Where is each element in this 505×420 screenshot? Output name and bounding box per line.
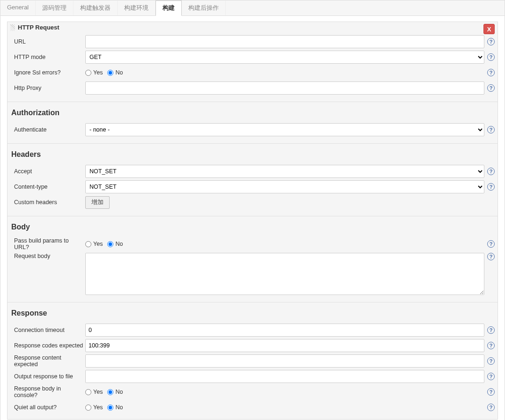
radio-no-label: No — [115, 69, 123, 76]
radio-no-label: No — [115, 241, 123, 247]
body-console-no-radio[interactable] — [107, 389, 113, 395]
help-icon[interactable]: ? — [487, 373, 495, 380]
url-input[interactable] — [85, 35, 484, 48]
help-icon[interactable]: ? — [487, 388, 495, 396]
http-section: URL ? HTTP mode GET ? Ignore Ssl errors? — [7, 35, 498, 100]
label-response-codes: Response codes expected — [10, 342, 85, 349]
help-icon[interactable]: ? — [487, 404, 495, 411]
help-icon[interactable]: ? — [487, 168, 495, 175]
add-header-button[interactable]: 增加 — [85, 196, 110, 209]
headers-section: Headers Accept NOT_SET ? Content-type NO… — [7, 146, 498, 214]
label-body-console: Response body in console? — [10, 385, 85, 398]
label-accept: Accept — [10, 168, 85, 175]
row-pass-params: Pass build params to URL? Yes No ? — [10, 237, 495, 251]
quiet-yes-radio[interactable] — [85, 405, 91, 411]
radio-yes-label: Yes — [93, 241, 103, 247]
section-title-response: Response — [10, 304, 495, 321]
panel-title: HTTP Request — [18, 24, 59, 31]
label-output-file: Output response to file — [10, 373, 85, 380]
http-request-panel: HTTP Request X URL ? HTTP mode GET ? — [7, 22, 498, 420]
help-icon[interactable]: ? — [487, 240, 495, 248]
help-icon[interactable]: ? — [487, 38, 495, 45]
build-content: HTTP Request X URL ? HTTP mode GET ? — [0, 16, 505, 420]
label-content-type: Content-type — [10, 184, 85, 190]
request-body-textarea[interactable] — [85, 253, 484, 295]
ignore-ssl-no-radio[interactable] — [107, 70, 113, 76]
pass-params-radio-group: Yes No — [85, 241, 126, 247]
row-ignore-ssl: Ignore Ssl errors? Yes No ? — [10, 66, 495, 79]
row-content-type: Content-type NOT_SET ? — [10, 180, 495, 193]
timeout-input[interactable] — [85, 324, 484, 337]
label-http-proxy: Http Proxy — [10, 85, 85, 91]
panel-header: HTTP Request X — [7, 22, 498, 33]
tab-scm[interactable]: 源码管理 — [36, 0, 74, 15]
row-authenticate: Authenticate - none - ? — [10, 123, 495, 136]
label-http-mode: HTTP mode — [10, 54, 85, 60]
radio-yes-label: Yes — [93, 69, 103, 76]
help-icon[interactable]: ? — [487, 84, 495, 92]
help-icon[interactable]: ? — [487, 342, 495, 349]
label-custom-headers: Custom headers — [10, 199, 85, 206]
pass-params-yes-radio[interactable] — [85, 241, 91, 247]
http-proxy-input[interactable] — [85, 81, 484, 95]
body-section: Body Pass build params to URL? Yes No ? … — [7, 218, 498, 300]
help-icon[interactable]: ? — [487, 69, 495, 76]
tab-post-build[interactable]: 构建后操作 — [182, 0, 226, 15]
radio-no-label: No — [115, 404, 123, 411]
output-file-input[interactable] — [85, 370, 484, 383]
section-title-body: Body — [10, 218, 495, 235]
content-type-select[interactable]: NOT_SET — [85, 180, 484, 193]
label-ignore-ssl: Ignore Ssl errors? — [10, 69, 85, 76]
help-icon[interactable]: ? — [487, 183, 495, 191]
body-console-yes-radio[interactable] — [85, 389, 91, 395]
ignore-ssl-radio-group: Yes No — [85, 69, 126, 76]
response-content-input[interactable] — [85, 354, 484, 368]
tab-build-triggers[interactable]: 构建触发器 — [74, 0, 118, 15]
authenticate-select[interactable]: - none - — [85, 123, 484, 136]
response-codes-input[interactable] — [85, 339, 484, 352]
row-timeout: Connection timeout ? — [10, 324, 495, 337]
response-section: Response Connection timeout ? Response c… — [7, 304, 498, 419]
label-pass-params: Pass build params to URL? — [10, 237, 85, 251]
body-console-radio-group: Yes No — [85, 389, 126, 395]
quiet-output-radio-group: Yes No — [85, 404, 126, 411]
label-response-content: Response content expected — [10, 354, 85, 368]
row-url: URL ? — [10, 35, 495, 48]
row-quiet-output: Quiet all output? Yes No ? — [10, 401, 495, 414]
tab-general[interactable]: General — [0, 0, 36, 15]
radio-yes-label: Yes — [93, 404, 103, 411]
row-output-file: Output response to file ? — [10, 370, 495, 383]
http-mode-select[interactable]: GET — [85, 51, 484, 64]
tab-build-env[interactable]: 构建环境 — [118, 0, 156, 15]
row-body-console: Response body in console? Yes No ? — [10, 385, 495, 398]
panel-close-button[interactable]: X — [483, 24, 495, 34]
row-custom-headers: Custom headers 增加 — [10, 196, 495, 209]
label-authenticate: Authenticate — [10, 126, 85, 133]
row-accept: Accept NOT_SET ? — [10, 165, 495, 178]
row-response-codes: Response codes expected ? — [10, 339, 495, 352]
help-icon[interactable]: ? — [487, 326, 495, 334]
row-response-content: Response content expected ? — [10, 354, 495, 368]
drag-handle-icon[interactable] — [10, 24, 15, 31]
section-title-authorization: Authorization — [10, 104, 495, 121]
help-icon[interactable]: ? — [487, 53, 495, 61]
auth-section: Authorization Authenticate - none - ? — [7, 104, 498, 141]
help-icon[interactable]: ? — [487, 357, 495, 365]
help-icon[interactable]: ? — [487, 253, 495, 260]
radio-no-label: No — [115, 389, 123, 395]
label-quiet-output: Quiet all output? — [10, 404, 85, 411]
tab-build[interactable]: 构建 — [156, 0, 182, 16]
row-http-mode: HTTP mode GET ? — [10, 51, 495, 64]
label-url: URL — [10, 38, 85, 45]
config-tab-bar: General 源码管理 构建触发器 构建环境 构建 构建后操作 — [0, 0, 505, 16]
ignore-ssl-yes-radio[interactable] — [85, 70, 91, 76]
label-timeout: Connection timeout — [10, 327, 85, 333]
radio-yes-label: Yes — [93, 389, 103, 395]
quiet-no-radio[interactable] — [107, 405, 113, 411]
help-icon[interactable]: ? — [487, 126, 495, 133]
section-title-headers: Headers — [10, 146, 495, 162]
row-request-body: Request body ? — [10, 253, 495, 295]
accept-select[interactable]: NOT_SET — [85, 165, 484, 178]
pass-params-no-radio[interactable] — [107, 241, 113, 247]
label-request-body: Request body — [10, 253, 85, 259]
